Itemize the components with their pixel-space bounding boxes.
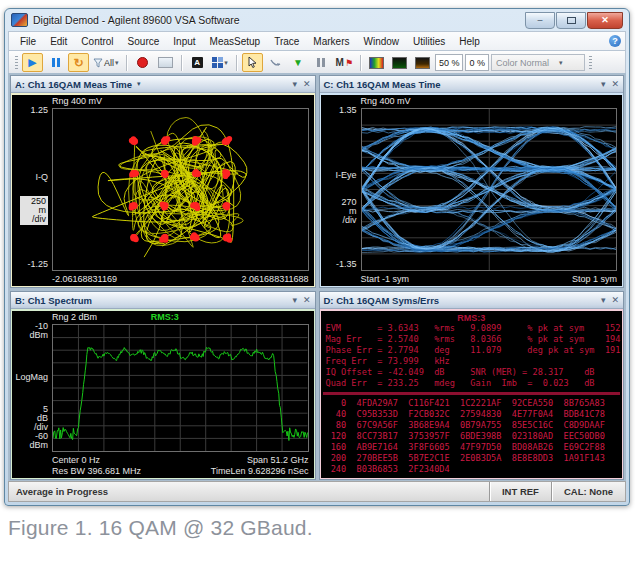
- menu-item-window[interactable]: Window: [356, 34, 406, 49]
- menu-item-markers[interactable]: Markers: [306, 34, 356, 49]
- band-pause-button[interactable]: [311, 53, 332, 72]
- menu-item-utilities[interactable]: Utilities: [406, 34, 452, 49]
- panel-c-minimize-icon[interactable]: ▾: [601, 79, 606, 89]
- autoscale-button[interactable]: A: [187, 53, 208, 72]
- toolbar-separator: [360, 55, 361, 71]
- titlebar[interactable]: Digital Demod - Agilent 89600 VSA Softwa…: [5, 9, 629, 31]
- panel-c-header[interactable]: C: Ch1 16QAM Meas Time ▾✕: [320, 76, 624, 93]
- statusbar: Average in Progress INT REF CAL: None: [8, 481, 626, 502]
- restart-icon: ↻: [73, 57, 83, 69]
- menu-item-edit[interactable]: Edit: [43, 34, 74, 49]
- error-row-iq-offset: IQ Offset = -42.049 dB SNR (MER) = 28.31…: [321, 367, 623, 378]
- panel-c-range-label: Rng 400 mV: [361, 96, 411, 106]
- peak-search-button[interactable]: ▼: [288, 53, 309, 72]
- recording-playback-button[interactable]: [155, 53, 176, 72]
- vsa-window: Digital Demod - Agilent 89600 VSA Softwa…: [4, 8, 630, 506]
- trace-thumbnail-1-button[interactable]: [389, 53, 410, 72]
- layout-button[interactable]: ▾: [210, 53, 231, 72]
- marker-move-button[interactable]: [265, 53, 286, 72]
- pointer-button[interactable]: [242, 53, 263, 72]
- menu-item-input[interactable]: Input: [166, 34, 202, 49]
- int-ref-indicator: INT REF: [490, 482, 551, 501]
- marker-button[interactable]: M ⚑: [334, 53, 355, 72]
- autoscale-icon: A: [192, 57, 203, 68]
- panel-b-timelen-label: TimeLen 9.628296 nSec: [211, 466, 309, 476]
- panel-c-stop-label: Stop 1 sym: [572, 274, 617, 284]
- panel-d-rms-label: RMS:3: [321, 313, 623, 323]
- window-title: Digital Demod - Agilent 89600 VSA Softwa…: [33, 14, 240, 26]
- minimize-button[interactable]: –: [525, 12, 555, 29]
- menu-item-meassetup[interactable]: MeasSetup: [203, 34, 268, 49]
- pause-icon: [51, 57, 61, 69]
- panel-a-yaxis-label: I-Q: [12, 173, 48, 182]
- pause-button[interactable]: [45, 53, 66, 72]
- chevron-down-icon: ▾: [224, 59, 228, 67]
- constellation-plot[interactable]: [52, 108, 309, 271]
- toolbar-grip: [589, 56, 592, 70]
- record-button[interactable]: [132, 53, 153, 72]
- marker-m-label: M: [336, 57, 344, 68]
- marker-move-icon: [270, 58, 281, 68]
- filter-all-label: All: [104, 58, 114, 68]
- panel-a-header[interactable]: A: Ch1 16QAM Meas Time ▾ ▾✕: [11, 76, 315, 93]
- panel-d-body: RMS:3 EVM = 3.6343 %rms 9.0899 % pk at s…: [320, 309, 624, 479]
- symbol-row: 120 8CC73B17 3753957F 6BDE398B 023180AD …: [321, 431, 623, 442]
- position-percent-input[interactable]: 0 %: [465, 54, 489, 71]
- close-button[interactable]: ✕: [587, 12, 623, 29]
- restart-button[interactable]: ↻: [68, 53, 89, 72]
- panel-b-range-label: Rng 2 dBm: [52, 312, 97, 322]
- band-pause-icon: [316, 57, 326, 69]
- panel-a-close-icon[interactable]: ✕: [303, 79, 311, 89]
- toolbar-separator: [126, 55, 127, 71]
- panel-a-ymin-label: -1.25: [12, 260, 48, 269]
- trace-thumbnail-2-button[interactable]: [412, 53, 433, 72]
- panel-a-xmin-label: -2.06168831169: [52, 274, 117, 284]
- panel-b-header[interactable]: B: Ch1 Spectrum ▾✕: [11, 292, 315, 309]
- status-message: Average in Progress: [9, 486, 108, 497]
- color-mode-value: Color Normal: [496, 58, 549, 68]
- panel-b-ymin-label: -60 dBm: [12, 432, 48, 450]
- toolbar-separator: [236, 55, 237, 71]
- spectrum-plot[interactable]: [52, 324, 309, 452]
- color-mode-select[interactable]: Color Normal ▾: [491, 54, 585, 71]
- symbol-row: 80 67C9A56F 3B68E9A4 0B79A755 85E5C16C C…: [321, 420, 623, 431]
- measurement-filter-button[interactable]: All ▾: [91, 53, 121, 72]
- menu-item-trace[interactable]: Trace: [267, 34, 306, 49]
- error-row-phase-err: Phase Err = 2.7794 deg 11.079 deg pk at …: [321, 345, 623, 356]
- panel-c-close-icon[interactable]: ✕: [611, 79, 619, 89]
- error-row-mag-err: Mag Err = 2.5740 %rms 8.0366 % pk at sym…: [321, 334, 623, 345]
- panel-b-close-icon[interactable]: ✕: [303, 295, 311, 305]
- spectrogram-icon: [369, 57, 384, 69]
- trace-selector-caret-icon[interactable]: ▾: [137, 80, 141, 88]
- error-summary-table: EVM = 3.6343 %rms 9.0899 % pk at sym 152…: [321, 323, 623, 389]
- panel-b-resbw-label: Res BW 396.681 MHz: [52, 466, 141, 476]
- panel-d-close-icon[interactable]: ✕: [611, 295, 619, 305]
- play-button[interactable]: ▶: [22, 53, 43, 72]
- panel-a-minimize-icon[interactable]: ▾: [292, 79, 297, 89]
- panel-a-title: A: Ch1 16QAM Meas Time: [15, 79, 132, 90]
- menu-item-help[interactable]: Help: [452, 34, 487, 49]
- maximize-button[interactable]: [556, 12, 586, 29]
- trace-thumbnail-icon: [415, 57, 430, 69]
- peak-triangle-icon: ▼: [293, 58, 303, 68]
- menu-item-control[interactable]: Control: [74, 34, 120, 49]
- panel-d-header[interactable]: D: Ch1 16QAM Syms/Errs ▾✕: [320, 292, 624, 309]
- eye-diagram-plot[interactable]: [361, 108, 618, 271]
- trace-thumbnail-icon: [392, 57, 407, 69]
- symbol-hex-table: 0 4FDA29A7 C116F421 1C2221AF 92CEA550 8B…: [321, 398, 623, 475]
- menu-item-source[interactable]: Source: [121, 34, 167, 49]
- panel-a-scale-per-div[interactable]: 250 m /div: [20, 196, 48, 225]
- panel-b-body: Rng 2 dBm RMS:3 -10 dBm LogMag 5 dB /div…: [11, 309, 315, 479]
- overlap-percent-input[interactable]: 50 %: [435, 54, 464, 71]
- panel-b-rms-label: RMS:3: [151, 312, 179, 322]
- flag-icon: ⚑: [345, 58, 353, 68]
- figure-caption: Figure 1. 16 QAM @ 32 GBaud.: [8, 516, 313, 540]
- panel-a-ymax-label: 1.25: [12, 106, 48, 115]
- error-row-quad-err: Quad Err = 233.25 mdeg Gain Imb = 0.023 …: [321, 378, 623, 389]
- menu-item-file[interactable]: File: [13, 34, 43, 49]
- spectrogram-button[interactable]: [366, 53, 387, 72]
- help-icon[interactable]: ?: [609, 35, 621, 47]
- panel-d-minimize-icon[interactable]: ▾: [601, 295, 606, 305]
- symbol-row: 200 270BEE5B 5B7E2C1E 2E0B3D5A 8E8E8DD3 …: [321, 453, 623, 464]
- panel-b-minimize-icon[interactable]: ▾: [292, 295, 297, 305]
